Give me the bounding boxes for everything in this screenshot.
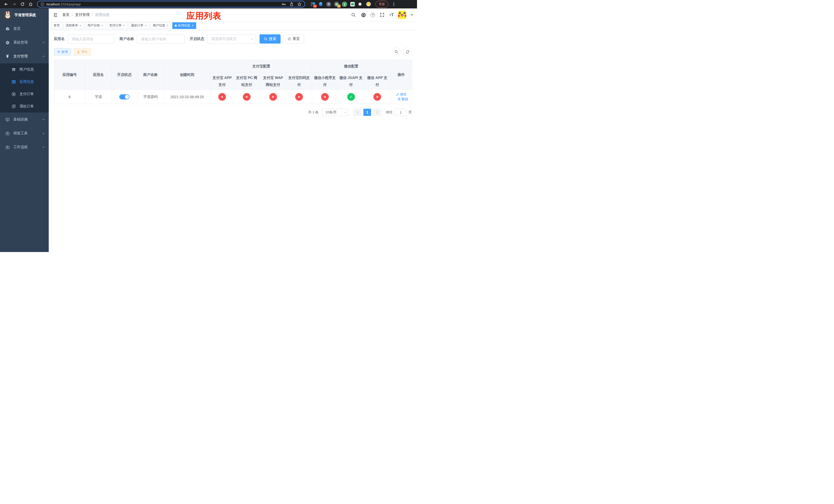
site-info-icon[interactable] [41, 2, 44, 6]
merchant-name-input[interactable] [137, 35, 185, 44]
github-icon[interactable] [360, 12, 366, 18]
sidebar-item-label: 工作流程 [13, 145, 28, 150]
app-name-input[interactable] [68, 35, 114, 44]
merchant-name-label: 商户名称 [119, 37, 134, 41]
user-avatar[interactable] [398, 11, 406, 19]
browser-menu-button[interactable] [392, 2, 395, 7]
sidebar-item-label: 首页 [13, 26, 21, 31]
sidebar-item-home[interactable]: 首页 [0, 22, 49, 36]
export-button[interactable]: 导出 [73, 48, 91, 55]
browser-toolbar: localhost:1024/pay/app 10 ⌘ 1 y [0, 0, 417, 8]
balloon-extension-icon[interactable] [318, 2, 323, 7]
close-icon[interactable]: × [167, 24, 169, 27]
close-icon[interactable]: × [101, 24, 103, 27]
tab-process-form[interactable]: 流程表单× [63, 22, 84, 29]
reset-button[interactable]: 重置 [283, 35, 304, 44]
sidebar-fold-icon[interactable] [52, 12, 58, 18]
next-page-button[interactable] [373, 109, 381, 116]
delete-link[interactable]: 删除 [397, 97, 408, 101]
sidebar-logo[interactable]: 芋道管理系统 [0, 8, 49, 22]
extension-strip: 10 ⌘ 1 y [310, 2, 371, 7]
page-content: 应用名 商户名称 开启状态 请选择开启状态 搜索 [49, 30, 417, 252]
bookmark-star-icon[interactable] [297, 2, 302, 6]
prev-page-button[interactable] [354, 109, 361, 116]
col-merchant: 商户名称 [137, 60, 163, 90]
browser-back-button[interactable] [3, 1, 9, 7]
app-title: 芋道管理系统 [14, 13, 36, 18]
pinned-tabs-extension-icon[interactable]: 10 [310, 2, 315, 7]
emoji-extension-icon[interactable] [366, 2, 371, 7]
address-bar[interactable]: localhost:1024/pay/app [37, 1, 305, 7]
logo-rabbit-image [4, 11, 12, 19]
tab-refund-order[interactable]: 退款订单× [129, 22, 149, 29]
tab-home[interactable]: 首页 [51, 22, 62, 29]
y-extension-icon[interactable]: y [342, 2, 347, 7]
avatar-caret-icon[interactable] [411, 14, 413, 17]
sidebar-item-system[interactable]: 系统管理 [0, 36, 49, 49]
tab-merchant-info[interactable]: 商户信息× [151, 22, 171, 29]
fullscreen-icon[interactable] [379, 12, 385, 18]
hide-search-button[interactable] [392, 47, 401, 56]
pagination: 共 1 条 10条/页 1 前往 页 [54, 109, 412, 116]
table-row: 6 芋道 芋道源码 2021-10-23 08:49:25 × × × × × … [54, 90, 412, 104]
command-extension-icon[interactable]: ⌘ [326, 2, 331, 7]
password-key-icon[interactable] [282, 2, 286, 6]
status-cross-icon: × [321, 93, 329, 101]
enabled-toggle[interactable] [119, 94, 130, 99]
status-select[interactable]: 请选择开启状态 [207, 35, 256, 44]
page-number-1[interactable]: 1 [364, 109, 371, 116]
sidebar-item-label: 退款订单 [20, 104, 34, 109]
status-cross-icon: × [373, 93, 381, 101]
chrome-update-button[interactable]: 更新 [375, 1, 388, 8]
chevron-down-icon [250, 38, 254, 41]
sidebar-item-refund-order[interactable]: 退款订单 [0, 100, 49, 113]
briefcase-icon [5, 145, 10, 150]
extension-badge: 10 [313, 5, 317, 8]
close-icon[interactable]: × [123, 24, 125, 27]
add-button[interactable]: 新增 [54, 48, 71, 55]
breadcrumb-home[interactable]: 首页 [62, 13, 69, 17]
puzzle-extensions-icon[interactable] [358, 2, 363, 7]
tab-app-info[interactable]: 应用信息× [172, 22, 196, 29]
close-icon[interactable]: × [145, 24, 147, 27]
page-jump-input[interactable] [395, 109, 407, 116]
chevron-up-icon [42, 55, 45, 58]
browser-home-button[interactable] [27, 1, 34, 7]
sidebar-item-merchant-info[interactable]: 商户信息 [0, 63, 49, 76]
extension-badge: 1 [337, 5, 341, 8]
share-icon[interactable] [289, 2, 294, 6]
proxy-extension-icon[interactable]: 1 [334, 2, 339, 7]
close-icon[interactable]: × [192, 24, 194, 27]
cell-merchant: 芋道源码 [137, 90, 163, 104]
chat-extension-icon[interactable] [350, 2, 355, 7]
tab-pay-order[interactable]: 支付订单× [107, 22, 128, 29]
browser-forward-button[interactable] [11, 1, 18, 7]
header-search-icon[interactable] [351, 12, 356, 18]
tab-user-group[interactable]: 用户分组× [85, 22, 106, 29]
sidebar-item-payment[interactable]: ¥ 支付管理 [0, 49, 49, 63]
breadcrumb-payment[interactable]: 支付管理 [75, 13, 89, 17]
cell-app-name: 芋道 [85, 90, 112, 104]
search-button[interactable]: 搜索 [260, 35, 281, 44]
col-wechat-mini: 微信小程序支付 [312, 73, 338, 90]
refresh-button[interactable] [403, 47, 412, 56]
help-icon[interactable]: ? [371, 13, 375, 17]
cell-wechat-app: × [364, 90, 391, 104]
cell-alipay-app: × [211, 90, 234, 104]
font-size-icon[interactable]: TT [389, 13, 394, 17]
sidebar-item-workflow[interactable]: 工作流程 [0, 140, 49, 154]
chevron-down-icon [42, 145, 45, 149]
goto-label: 前往 [386, 110, 393, 115]
sidebar-item-infra[interactable]: 基础设施 [0, 113, 49, 127]
cell-wechat-jsapi: ✓ [338, 90, 364, 104]
breadcrumb-current: 应用信息 [95, 13, 110, 17]
col-enabled: 开启状态 [112, 60, 137, 90]
page-size-select[interactable]: 10条/页 [322, 109, 348, 116]
breadcrumb: 首页 / 支付管理 / 应用信息 [62, 13, 110, 17]
sidebar-item-app-info[interactable]: 应用信息 [0, 76, 49, 88]
sidebar-item-pay-order[interactable]: 支付订单 [0, 88, 49, 100]
browser-reload-button[interactable] [19, 1, 26, 7]
close-icon[interactable]: × [79, 24, 82, 27]
edit-link[interactable]: 修改 [396, 92, 407, 97]
sidebar-item-devtools[interactable]: 研发工具 [0, 127, 49, 140]
